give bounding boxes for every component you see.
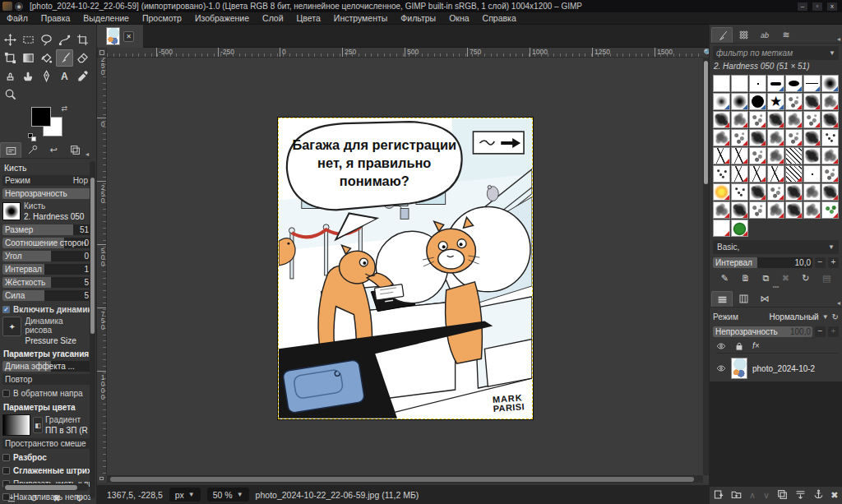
tab-patterns[interactable]: [733, 27, 754, 43]
brush-cell[interactable]: [803, 93, 821, 110]
new-layer-group-icon[interactable]: [731, 489, 742, 502]
brush-cell[interactable]: [803, 165, 821, 183]
canvas-vscrollbar[interactable]: [703, 58, 709, 475]
reset-tool-options-icon[interactable]: ↻: [72, 493, 86, 504]
brush-cell[interactable]: [821, 201, 839, 219]
brush-cell[interactable]: ★: [767, 93, 784, 110]
open-brush-icon[interactable]: ▤: [822, 273, 830, 284]
brush-cell[interactable]: [803, 183, 821, 201]
menu-windows[interactable]: Окна: [449, 13, 469, 23]
canvas-hscrollbar[interactable]: [107, 475, 703, 483]
layer-mode-value[interactable]: Нормальный: [770, 312, 819, 321]
layer-thumbnail[interactable]: [731, 358, 747, 379]
menu-image[interactable]: Изображение: [195, 13, 249, 23]
maximize-button[interactable]: ▫: [812, 2, 822, 11]
visibility-column-icon[interactable]: [716, 341, 726, 351]
swap-colors-icon[interactable]: ⇄: [61, 104, 67, 113]
brush-cell[interactable]: [713, 183, 730, 201]
tab-images[interactable]: [64, 142, 86, 158]
brush-cell[interactable]: [821, 165, 839, 183]
brush-cell[interactable]: [803, 75, 821, 92]
canvas-viewport[interactable]: Багажа для регистрации нет, я правильно …: [107, 58, 703, 475]
brush-cell[interactable]: [713, 129, 730, 146]
paint-mode-dropdown[interactable]: Режим Нор: [2, 175, 90, 186]
ink-tool-icon[interactable]: [38, 67, 55, 85]
brush-cell[interactable]: [749, 165, 766, 183]
minimize-button[interactable]: –: [798, 2, 807, 11]
tab-tool-options[interactable]: [0, 142, 21, 158]
menu-help[interactable]: Справка: [483, 13, 516, 23]
menu-file[interactable]: Файл: [7, 13, 28, 23]
option-slider[interactable]: Угол0: [2, 251, 90, 261]
repeat-dropdown[interactable]: Повтор: [2, 374, 90, 385]
brush-cell[interactable]: [821, 93, 839, 110]
brush-cell[interactable]: [749, 75, 766, 92]
brush-cell[interactable]: [731, 147, 748, 164]
blend-space-dropdown[interactable]: Пространство смеше: [2, 438, 90, 449]
tab-fonts[interactable]: ab: [754, 27, 775, 43]
move-tool-icon[interactable]: [2, 31, 19, 49]
delete-brush-icon[interactable]: ✖: [782, 273, 789, 284]
brush-cell[interactable]: [785, 183, 803, 201]
brush-cell[interactable]: [767, 165, 784, 183]
unit-dropdown[interactable]: px▼: [169, 488, 201, 502]
brush-cell[interactable]: [821, 129, 839, 146]
duplicate-layer-icon[interactable]: [777, 489, 788, 502]
canvas-image[interactable]: Багажа для регистрации нет, я правильно …: [278, 118, 533, 419]
brush-cell[interactable]: [767, 147, 784, 164]
default-colors-icon[interactable]: [28, 133, 36, 141]
brush-cell[interactable]: [785, 147, 803, 164]
opacity-slider[interactable]: Непрозрачность: [2, 188, 90, 199]
brush-cell[interactable]: [749, 93, 766, 110]
anchor-layer-icon[interactable]: [813, 489, 824, 502]
smudge-tool-icon[interactable]: [20, 67, 37, 85]
brush-cell[interactable]: [749, 111, 766, 128]
opacity-increase-button[interactable]: +: [828, 326, 839, 337]
brush-cell[interactable]: [767, 111, 784, 128]
brush-cell[interactable]: [767, 183, 784, 201]
tab-brushes[interactable]: [711, 27, 733, 43]
delete-layer-icon[interactable]: ✖: [830, 490, 838, 501]
spacing-decrease-button[interactable]: −: [815, 257, 826, 268]
fade-length-slider[interactable]: Длина эффекта ...: [2, 361, 90, 372]
brush-thumbnail[interactable]: [2, 202, 21, 220]
dynamics-selector[interactable]: ✦ Динамика рисова Pressure Size: [2, 317, 90, 345]
tab-layers[interactable]: [711, 291, 733, 307]
lower-layer-icon[interactable]: ∨: [763, 490, 770, 501]
layer-row[interactable]: photo_2024-10-2: [716, 357, 839, 380]
menu-select[interactable]: Выделение: [83, 13, 129, 23]
layer-visibility-eye-icon[interactable]: [716, 363, 726, 373]
brush-cell[interactable]: [821, 75, 839, 92]
tool-options-vscrollbar[interactable]: [90, 161, 95, 498]
brush-cell[interactable]: [821, 183, 839, 201]
new-layer-icon[interactable]: [713, 489, 724, 502]
tool-options-hscrollbar[interactable]: [3, 483, 89, 491]
paths-tool-icon[interactable]: [56, 31, 73, 49]
gradient-tool-icon[interactable]: [20, 49, 37, 67]
brush-cell[interactable]: [785, 129, 803, 146]
menu-filters[interactable]: Фильтры: [400, 13, 436, 23]
brush-cell[interactable]: [749, 183, 766, 201]
brush-cell[interactable]: [713, 93, 730, 110]
brush-cell[interactable]: [803, 201, 821, 219]
brush-filter-input[interactable]: фильтр по меткам ▼: [713, 46, 839, 60]
brush-cell[interactable]: [785, 75, 803, 92]
menu-view[interactable]: Просмотр: [142, 13, 182, 23]
tab-channels[interactable]: [733, 291, 754, 307]
brush-cell[interactable]: [821, 111, 839, 128]
brush-cell[interactable]: [731, 220, 748, 237]
bucket-fill-tool-icon[interactable]: [38, 49, 55, 67]
zoom-tool-icon[interactable]: [2, 86, 19, 103]
menu-colors[interactable]: Цвета: [297, 13, 321, 23]
brush-cell[interactable]: [713, 201, 730, 219]
raise-layer-icon[interactable]: ∧: [749, 490, 756, 501]
quick-mask-toggle[interactable]: [97, 475, 107, 483]
gradient-swatch[interactable]: [2, 414, 30, 436]
foreground-color-swatch[interactable]: [31, 107, 51, 127]
brush-cell[interactable]: [731, 201, 748, 219]
menu-layer[interactable]: Слой: [262, 13, 284, 23]
free-select-tool-icon[interactable]: [38, 31, 55, 49]
brush-cell[interactable]: [713, 111, 730, 128]
spacing-increase-button[interactable]: +: [828, 257, 839, 268]
mode-group-icon[interactable]: ↻: [832, 312, 839, 321]
